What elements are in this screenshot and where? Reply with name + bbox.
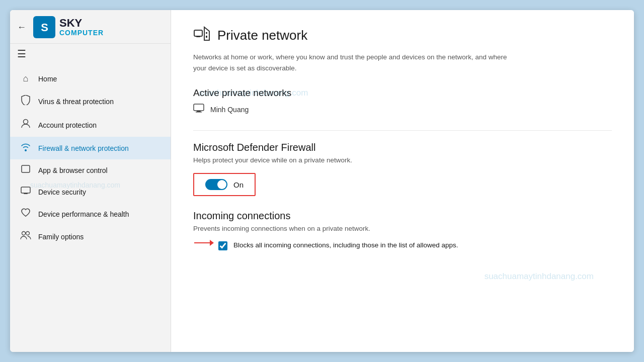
block-connections-checkbox[interactable] [218,241,227,250]
page-header: Private network [193,26,612,45]
svg-rect-5 [24,193,28,194]
network-item: Minh Quang [193,104,612,115]
back-button[interactable]: ← [17,22,26,33]
heart-icon [20,208,31,220]
private-network-icon [193,26,210,45]
page-description: Networks at home or work, where you know… [193,52,515,73]
svg-point-7 [26,232,30,235]
sidebar-item-family[interactable]: Family options [10,225,171,248]
sidebar-item-appbrowser-label: App & browser control [38,166,108,174]
svg-rect-8 [194,30,202,36]
sidebar-item-account[interactable]: Account protection [10,113,171,137]
sidebar-item-firewall-label: Firewall & network protection [38,144,129,152]
svg-text:S: S [41,21,48,34]
brand-computer: COMPUTER [59,29,104,37]
incoming-connections-title: Incoming connections [193,210,612,222]
svg-rect-13 [197,111,201,112]
firewall-title: Microsoft Defender Firewall [193,142,612,153]
hamburger-button[interactable]: ☰ [10,44,171,64]
sidebar-item-home[interactable]: ⌂ Home [10,68,171,89]
active-networks-title: Active private networks [193,87,612,99]
sidebar-item-home-label: Home [38,75,57,83]
sidebar-item-devicehealth-label: Device performance & health [38,210,129,218]
svg-rect-11 [206,36,207,38]
logo: S SKY COMPUTER [33,16,104,38]
checkbox-row: Blocks all incoming connections, includi… [218,240,612,251]
sidebar-item-devicehealth[interactable]: Device performance & health [10,203,171,225]
watermark-2: suachuamaytinhdanang.com [485,272,594,282]
sidebar-item-account-label: Account protection [38,121,97,129]
svg-rect-3 [22,165,30,172]
family-icon [20,231,31,242]
appbrowser-icon [20,165,31,175]
checkbox-label: Blocks all incoming connections, includi… [233,240,458,251]
logo-text: SKY COMPUTER [59,18,104,37]
sidebar-item-virus-label: Virus & threat protection [38,98,114,106]
svg-rect-4 [21,187,30,193]
sidebar-item-firewall[interactable]: Firewall & network protection [10,137,171,159]
brand-sky: SKY [59,18,104,29]
toggle-label: On [233,180,244,189]
section-divider [193,130,612,131]
wifi-icon [20,142,31,154]
home-icon: ⌂ [20,73,31,84]
sidebar-item-appbrowser[interactable]: App & browser control [10,159,171,181]
sidebar-item-devicesecurity[interactable]: Device security [10,181,171,203]
firewall-desc: Helps protect your device while on a pri… [193,156,612,164]
logo-icon: S [33,16,55,38]
sidebar-item-family-label: Family options [38,233,84,241]
shield-icon [20,95,31,108]
svg-rect-9 [196,36,200,37]
firewall-toggle[interactable] [205,179,227,190]
sidebar-nav: ⌂ Home Virus & threat protection Account… [10,64,171,352]
page-title: Private network [217,28,307,43]
main-content: suachuamaytinhdanang.com suachuamaytinhd… [171,10,634,352]
network-device-icon [193,104,204,115]
incoming-connections-desc: Prevents incoming connections when on a … [193,225,612,232]
svg-rect-12 [194,104,204,111]
arrow-indicator [194,242,213,243]
svg-point-6 [22,232,26,235]
sidebar-item-devicesecurity-label: Device security [38,188,86,196]
svg-rect-10 [206,32,207,34]
sidebar-item-virus[interactable]: Virus & threat protection [10,89,171,113]
person-icon [20,119,31,131]
network-name: Minh Quang [210,106,249,114]
sidebar-header: ← S SKY COMPUTER [10,10,171,44]
svg-point-2 [24,120,28,124]
svg-rect-14 [196,112,202,113]
firewall-toggle-box: On [193,173,256,196]
devicesecurity-icon [20,187,31,197]
sidebar: ← S SKY COMPUTER ☰ ⌂ Home [10,10,171,352]
